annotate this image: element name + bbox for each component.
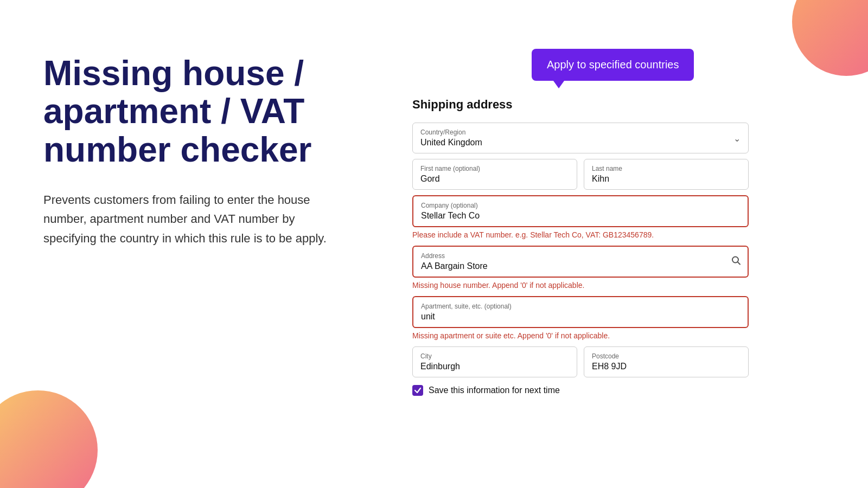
postcode-value: EH8 9JD: [592, 362, 627, 371]
company-label: Company (optional): [421, 202, 740, 209]
first-name-value: Gord: [420, 174, 440, 183]
apartment-error: Missing apartment or suite etc. Append '…: [412, 331, 749, 340]
apartment-field[interactable]: Apartment, suite, etc. (optional) unit: [412, 296, 749, 328]
description: Prevents customers from failing to enter…: [43, 190, 347, 248]
svg-line-1: [738, 262, 741, 265]
save-info-label: Save this information for next time: [429, 386, 560, 395]
country-region-field[interactable]: Country/Region United Kingdom ⌄: [412, 123, 749, 153]
city-value: Edinburgh: [420, 362, 460, 371]
address-error: Missing house number. Append '0' if not …: [412, 281, 749, 290]
address-field[interactable]: Address AA Bargain Store: [412, 246, 749, 278]
search-icon: [731, 255, 741, 268]
main-title: Missing house / apartment / VAT number c…: [43, 54, 347, 169]
company-field[interactable]: Company (optional) Stellar Tech Co: [412, 195, 749, 227]
apartment-label: Apartment, suite, etc. (optional): [421, 303, 740, 310]
chevron-down-icon: ⌄: [733, 133, 741, 143]
company-value: Stellar Tech Co: [421, 211, 480, 220]
company-hint: Please include a VAT number. e.g. Stella…: [412, 230, 749, 239]
form-container: Apply to specified countries Shipping ad…: [412, 65, 749, 396]
right-panel: Apply to specified countries Shipping ad…: [380, 0, 868, 488]
address-label: Address: [421, 252, 724, 260]
last-name-label: Last name: [592, 165, 741, 172]
first-name-field[interactable]: First name (optional) Gord: [412, 159, 577, 190]
city-label: City: [420, 352, 569, 360]
last-name-field[interactable]: Last name Kihn: [584, 159, 749, 190]
left-panel: Missing house / apartment / VAT number c…: [0, 0, 380, 488]
name-row: First name (optional) Gord Last name Kih…: [412, 159, 749, 190]
first-name-label: First name (optional): [420, 165, 569, 172]
postcode-field[interactable]: Postcode EH8 9JD: [584, 346, 749, 377]
country-region-value: United Kingdom: [420, 138, 482, 147]
tooltip-text: Apply to specified countries: [547, 59, 679, 70]
address-wrapper: Address AA Bargain Store: [412, 246, 749, 278]
last-name-value: Kihn: [592, 174, 609, 183]
postcode-label: Postcode: [592, 352, 741, 360]
save-info-row[interactable]: Save this information for next time: [412, 385, 749, 396]
city-postcode-row: City Edinburgh Postcode EH8 9JD: [412, 346, 749, 377]
city-field[interactable]: City Edinburgh: [412, 346, 577, 377]
country-region-label: Country/Region: [420, 129, 741, 136]
address-value: AA Bargain Store: [421, 261, 488, 271]
save-info-checkbox[interactable]: [412, 385, 423, 396]
tooltip-bubble: Apply to specified countries: [532, 49, 694, 81]
apartment-value: unit: [421, 312, 435, 321]
